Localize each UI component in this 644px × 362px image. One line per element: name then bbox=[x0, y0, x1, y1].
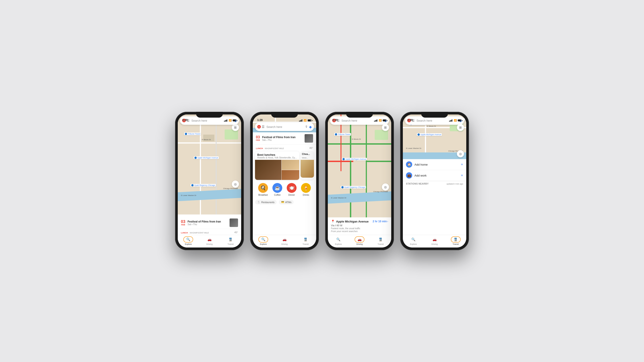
map-label-illinois-4: E Illinois St bbox=[427, 125, 436, 127]
quick-restaurants-2[interactable]: 🍴 Restaurants bbox=[255, 200, 277, 204]
cat-coffee-icon-2: ☕ bbox=[272, 183, 282, 193]
driving-time-3: 2 hr 10 min bbox=[373, 220, 387, 223]
blc-img1 bbox=[255, 160, 281, 180]
nav-transit-4[interactable]: 🚆 Transit bbox=[445, 236, 466, 245]
driving-sheet-3: 📍 Apple Michigan Avenue 2 hr 10 min › Vi… bbox=[328, 217, 391, 235]
directions-icon-2[interactable]: ◆ bbox=[309, 125, 312, 129]
add-home-label-4: Add home bbox=[414, 163, 428, 166]
nav-driving-1[interactable]: 🚗 Driving bbox=[199, 236, 220, 245]
nav-explore-1[interactable]: 🔍 Explore bbox=[178, 236, 199, 245]
nav-pin-3: 📍 bbox=[331, 220, 335, 223]
event-row-1[interactable]: 03 FEB Festival of Films from Iran Sat—T… bbox=[178, 217, 241, 229]
event-date-1: 03 FEB bbox=[181, 220, 185, 226]
quick-atms-2[interactable]: 💳 ATMs bbox=[279, 200, 294, 204]
menu-icon-2: ☰ bbox=[262, 125, 264, 129]
nav-explore-3[interactable]: 🔍 Explore bbox=[328, 236, 349, 245]
explore-icon-4: 🔍 bbox=[411, 238, 416, 242]
map-poi-apple: 🔵 Apple Michigan Avenue bbox=[194, 156, 219, 159]
event-thumb-2 bbox=[304, 134, 313, 143]
restaurant-label-2: Restaurants bbox=[261, 201, 274, 204]
location-button-3[interactable]: ◎ bbox=[382, 183, 389, 191]
cat-dinner-2[interactable]: 🍽️ Dinner bbox=[287, 183, 296, 196]
map-poi-apple-3: 🔵 Apple Michigan Avenue bbox=[342, 158, 367, 160]
restaurant-icon-2: 🍴 bbox=[257, 201, 260, 204]
cat-coffee-2[interactable]: ☕ Coffee bbox=[272, 183, 282, 196]
location-button-4[interactable]: ◎ bbox=[457, 150, 464, 157]
nav-transit-1[interactable]: 🚆 Transit bbox=[220, 236, 241, 245]
bottom-nav-2: 🔍 Explore 🚗 Driving 🚆 Transit bbox=[253, 235, 316, 248]
lunch-label-1: LUNCH MAGNIFICENT MILE bbox=[181, 230, 209, 234]
driving-dest-row-3: 📍 Apple Michigan Avenue bbox=[331, 220, 369, 223]
quick-links-2: 🍴 Restaurants 💳 ATMs bbox=[253, 198, 316, 206]
nav-explore-4[interactable]: 🔍 Explore bbox=[403, 236, 424, 245]
event-sub-1: Sat—Thu bbox=[188, 223, 230, 226]
mic-icon-2[interactable]: 🎙 bbox=[305, 125, 308, 129]
explore-icon-1: 🔍 bbox=[186, 238, 190, 242]
status-icons-3: 📶 bbox=[374, 119, 387, 122]
signal-1 bbox=[224, 119, 227, 122]
layers-button-1[interactable]: ⊞ bbox=[232, 124, 239, 131]
driving-recent-3: From your recent searches bbox=[331, 230, 388, 233]
time-1: 1:29 bbox=[182, 118, 188, 122]
nav-transit-wrap-2: 🚆 bbox=[301, 236, 310, 243]
layers-button-3[interactable]: ⊞ bbox=[382, 124, 389, 131]
saved-places-4: 🏠 Add home + 💼 Add work + bbox=[403, 159, 466, 181]
event-date-2: 03 FEB bbox=[256, 135, 260, 141]
bottom-nav-3: 🔍 Explore 🚗 Driving 🚆 Transit bbox=[328, 235, 391, 248]
location-icon-4: ◎ bbox=[459, 152, 462, 156]
driving-via-3: Via I-90 W bbox=[331, 224, 388, 227]
phone-inner-4: 1:29 📶 bbox=[403, 114, 466, 248]
signal-2 bbox=[299, 119, 302, 122]
add-work-btn-4[interactable]: + bbox=[461, 173, 463, 178]
home-icon-4: 🏠 bbox=[406, 161, 412, 168]
map-poi-hyatt: 🔵 Hyatt Regency Chicago bbox=[190, 184, 216, 187]
nav-explore-2[interactable]: 🔍 Explore bbox=[253, 236, 274, 245]
battery-2 bbox=[308, 119, 312, 121]
add-home-btn-4[interactable]: + bbox=[461, 162, 463, 167]
cat-breakfast-2[interactable]: 🍳 Breakfast bbox=[258, 183, 268, 196]
search-bar-2[interactable]: 1 ☰ Search here 🎙 ◆ bbox=[255, 122, 314, 131]
notch-3 bbox=[346, 112, 373, 118]
add-home-row-4[interactable]: 🏠 Add home + bbox=[403, 159, 466, 170]
blc-img2 bbox=[282, 160, 299, 170]
driving-icon-2: 🚗 bbox=[282, 238, 287, 242]
transit-icon-2: 🚆 bbox=[304, 238, 308, 242]
nav-driving-label-2: Driving bbox=[281, 243, 288, 245]
transit-icon-4: 🚆 bbox=[454, 238, 458, 242]
signal-4 bbox=[449, 119, 452, 122]
transit-icon-3: 🚆 bbox=[378, 238, 383, 242]
nav-explore-label-2: Explore bbox=[260, 243, 267, 245]
cheap-lunches-card-2[interactable]: Chea... West... bbox=[300, 151, 314, 180]
search-input-2[interactable]: Search here bbox=[266, 125, 304, 129]
battery-3 bbox=[383, 119, 387, 121]
cat-drinks-2[interactable]: 🍹 Drinks bbox=[301, 183, 311, 196]
add-work-label-4: Add work bbox=[414, 174, 426, 177]
phone-3: 1:29 📶 bbox=[325, 112, 394, 250]
cat-breakfast-icon-2: 🍳 bbox=[258, 183, 268, 193]
add-work-row-4[interactable]: 💼 Add work + bbox=[403, 170, 466, 181]
event-title-2: Festival of Films from Iran bbox=[262, 136, 304, 139]
location-button-1[interactable]: ◎ bbox=[232, 181, 239, 188]
event-month-2: FEB bbox=[256, 139, 260, 141]
event-title-1: Festival of Films from Iran bbox=[188, 220, 230, 223]
nav-driving-4[interactable]: 🚗 Driving bbox=[424, 236, 445, 245]
time-4: 1:29 bbox=[407, 118, 413, 122]
nav-transit-2[interactable]: 🚆 Transit bbox=[295, 236, 316, 245]
cheap-sub-2: West... bbox=[300, 157, 314, 159]
transit-sheet-4: 🏠 Add home + 💼 Add work + STATIONS NEARB… bbox=[403, 159, 466, 235]
cheap-title-2: Chea... bbox=[300, 151, 314, 157]
layers-button-4[interactable]: ⊞ bbox=[457, 124, 464, 131]
driving-row-3: 📍 Apple Michigan Avenue 2 hr 10 min › bbox=[331, 220, 388, 223]
cat-dinner-icon-2: 🍽️ bbox=[287, 183, 296, 193]
bottom-sheet-1: 03 FEB Festival of Films from Iran Sat—T… bbox=[178, 215, 241, 248]
best-lunches-card-2[interactable]: Best lunches Howells & Hood, Yolk Street… bbox=[255, 151, 299, 180]
nav-driving-3[interactable]: 🚗 Driving bbox=[349, 236, 370, 245]
phone-inner-1: 1:29 📶 bbox=[178, 114, 241, 248]
nav-transit-3[interactable]: 🚆 Transit bbox=[370, 236, 391, 245]
notification-dot-2: 1 bbox=[257, 125, 261, 129]
event-row-2[interactable]: 03 FEB Festival of Films from Iran Sat—T… bbox=[253, 132, 316, 145]
nav-driving-2[interactable]: 🚗 Driving bbox=[274, 236, 295, 245]
bottom-nav-1: 🔍 Explore 🚗 Driving 🚆 Tr bbox=[178, 235, 241, 248]
blc-sub-2: Howells & Hood, Yolk Streeterville, Gy..… bbox=[257, 156, 297, 159]
location-icon-1: ◎ bbox=[234, 182, 237, 186]
